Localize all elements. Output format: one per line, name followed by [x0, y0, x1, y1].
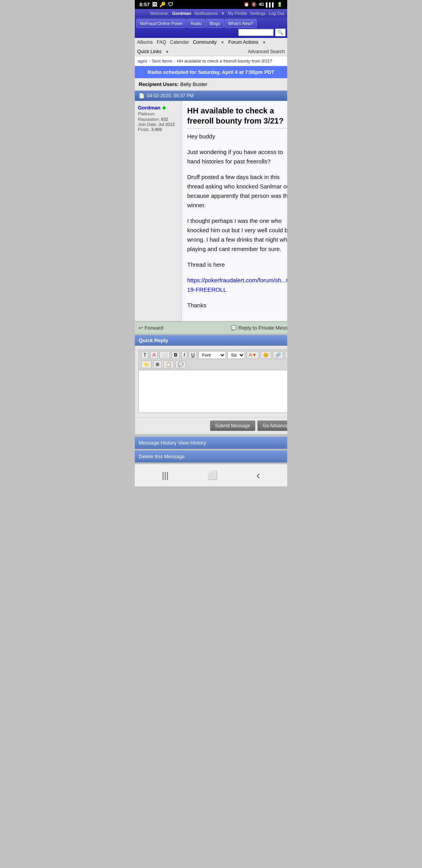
delete-message-text: Delete this Message [139, 454, 185, 459]
message-date: 04-02-2020, 09:37 PM [147, 93, 193, 99]
quick-reply-label: Quick Reply [139, 337, 168, 343]
status-bar: 8:57 🖼 🔑 🛡 ⏰ 🔇 4G ▌▌▌ 🔋 [135, 0, 287, 9]
nav-quick-links[interactable]: Quick Links [137, 49, 161, 54]
radio-banner: Radio scheduled for Saturday, April 4 at… [135, 66, 287, 78]
status-left: 8:57 🖼 🔑 🛡 [139, 2, 173, 7]
top-nav: Welcome, Gordman Notifications ▼ My Prof… [135, 9, 287, 18]
bold-button[interactable]: B [172, 351, 180, 359]
toolbar-btn-2[interactable]: A [150, 351, 158, 359]
join-date-value: Jul 2012 [159, 122, 175, 127]
reputation-row: Reputation: 832 [138, 117, 178, 122]
message-title: HH available to check a freeroll bounty … [187, 106, 287, 129]
forward-button[interactable]: ↩ Forward [139, 325, 163, 331]
recipient-name: Belly Buster [180, 81, 207, 87]
submit-message-button[interactable]: Submit Message [210, 421, 255, 431]
key-icon: 🔑 [159, 2, 166, 7]
table-button[interactable]: 📋 [163, 360, 174, 368]
quick-reply-area: T A ⬜ B I U Font Size A▼ 😊 🔗 ✉ ⭐ ⊞ 📋 [135, 346, 287, 418]
phone-back-button[interactable]: ‹ [256, 469, 260, 482]
star-button[interactable]: ⭐ [141, 360, 152, 368]
notifications-link[interactable]: Notifications [194, 11, 218, 16]
author-link[interactable]: Gordman [138, 105, 161, 111]
shield-icon: 🛡 [168, 2, 173, 7]
msg-para-3: Druff posted a few days back in this thr… [187, 172, 287, 210]
nav-btn-nofraud[interactable]: NoFraud Online Poker [136, 19, 186, 28]
msg-para-2: Just wondering if you have access to han… [187, 147, 287, 166]
toolbar-btn-3[interactable]: ⬜ [159, 351, 170, 359]
font-selector[interactable]: Font [198, 351, 226, 359]
nav-forum-actions[interactable]: Forum Actions [228, 39, 258, 45]
reputation-label: Reputation: [138, 117, 160, 122]
settings-link[interactable]: Settings [250, 11, 266, 16]
breadcrumb-sent-items[interactable]: Sent Items [152, 59, 173, 63]
message-body: HH available to check a freeroll bounty … [182, 101, 287, 321]
message-date-icon: 📄 [139, 93, 145, 99]
message-text: Hey buddy Just wondering if you have acc… [187, 132, 287, 310]
nav-btn-whatsnew[interactable]: What's New? [225, 19, 257, 28]
breadcrumb: ages › Sent Items › HH available to chec… [135, 56, 287, 66]
underline-button[interactable]: U [189, 351, 197, 359]
forward-icon: ↩ [139, 325, 143, 331]
nav-albums[interactable]: Albums [137, 39, 153, 45]
online-indicator [163, 106, 166, 109]
size-selector[interactable]: Size [227, 351, 245, 359]
username-link[interactable]: Gordman [172, 11, 191, 16]
my-profile-link[interactable]: My Profile [228, 11, 247, 16]
signal-icon: ▌▌▌ [266, 2, 275, 7]
notifications-arrow: ▼ [221, 11, 225, 16]
recipient-label: Recipient Users: [139, 81, 179, 87]
link-button[interactable]: 🔗 [273, 351, 283, 359]
join-date-row: Join Date: Jul 2012 [138, 122, 178, 127]
alarm-icon: ⏰ [244, 2, 249, 7]
message-header: 📄 04-02-2020, 09:37 PM [135, 91, 287, 101]
msg-para-5: Thread is here [187, 260, 287, 269]
posts-label: Posts: [138, 127, 150, 132]
battery-icon: 🔋 [277, 2, 283, 7]
nav-calendar[interactable]: Calendar [170, 39, 189, 45]
grid-button[interactable]: ⊞ [153, 360, 162, 368]
email-button[interactable]: ✉ [285, 351, 287, 359]
author-info: Gordman [138, 105, 178, 111]
status-right: ⏰ 🔇 4G ▌▌▌ 🔋 [244, 2, 283, 7]
breadcrumb-pages[interactable]: ages [138, 59, 147, 63]
phone-nav-bar: ||| ⬜ ‹ [135, 464, 287, 486]
reply-button[interactable]: 💬 Reply to Private Message [231, 325, 287, 331]
nav-faq[interactable]: FAQ [157, 39, 166, 45]
submit-area: Submit Message Go Advanced [135, 418, 287, 434]
reply-textarea[interactable] [138, 370, 287, 413]
page-wrapper: Recipient Users: Belly Buster 📄 04-02-20… [135, 78, 287, 463]
posts-row: Posts: 3,469 [138, 127, 178, 132]
posts-value: 3,469 [151, 127, 162, 132]
bubble-button[interactable]: 💬 [175, 360, 186, 368]
go-advanced-button[interactable]: Go Advanced [257, 421, 287, 431]
delete-message-bar[interactable]: Delete this Message [135, 450, 287, 463]
quick-links-arrow: ▼ [165, 50, 169, 54]
message-container: Gordman Platinum Reputation: 832 Join Da… [135, 101, 287, 321]
action-bar: ↩ Forward 💬 Reply to Private Message [135, 321, 287, 334]
nav-btn-blogs[interactable]: Blogs [206, 19, 224, 28]
text-color-button[interactable]: A▼ [247, 351, 259, 359]
message-history-bar[interactable]: Message History View History [135, 437, 287, 449]
search-input[interactable] [238, 29, 274, 36]
phone-home-button[interactable]: ⬜ [207, 470, 218, 481]
phone-menu-button[interactable]: ||| [162, 470, 168, 481]
nav-btn-radio[interactable]: Radio [187, 19, 205, 28]
search-button[interactable]: 🔍 [275, 29, 286, 36]
reputation-value: 832 [161, 117, 168, 122]
nav-community[interactable]: Community [193, 39, 217, 45]
log-out-link[interactable]: Log Out [269, 11, 284, 16]
main-nav: NoFraud Online Poker Radio Blogs What's … [135, 18, 287, 38]
forum-actions-arrow: ▼ [262, 40, 266, 45]
italic-button[interactable]: I [181, 351, 187, 359]
message-sidebar: Gordman Platinum Reputation: 832 Join Da… [135, 101, 182, 321]
breadcrumb-arrow-1: › [149, 59, 150, 63]
radio-banner-text: Radio scheduled for Saturday, April 4 at… [148, 69, 274, 75]
toolbar-btn-1[interactable]: T [141, 351, 148, 359]
time-display: 8:57 [139, 2, 150, 7]
thread-link[interactable]: https://pokerfraudalert.com/forum/sh...0… [187, 277, 287, 293]
emoji-button[interactable]: 😊 [261, 351, 271, 359]
sub-nav: Albums FAQ Calendar Community ▼ Forum Ac… [135, 38, 287, 56]
community-arrow: ▼ [220, 40, 224, 45]
image-icon: 🖼 [152, 2, 157, 7]
advanced-search-link[interactable]: Advanced Search [248, 49, 285, 54]
